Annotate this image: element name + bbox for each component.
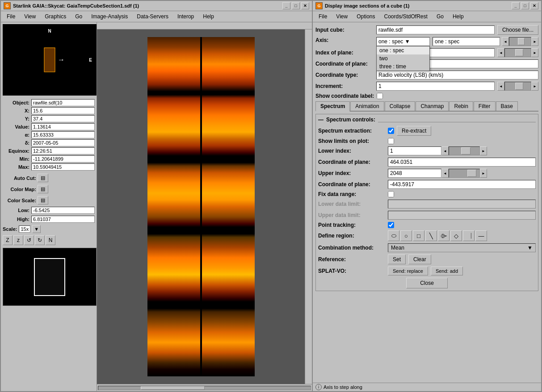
- scale-select[interactable]: 15x: [19, 225, 30, 233]
- menu-image-analysis[interactable]: Image-Analysis: [87, 12, 132, 21]
- menu-options[interactable]: Options: [353, 12, 379, 21]
- region-vline-btn[interactable]: ⎹: [463, 230, 475, 241]
- upper-index-scroll-right[interactable]: ►: [480, 169, 487, 178]
- upper-data-row: Upper data limit:: [318, 211, 536, 220]
- mini-preview: [3, 248, 97, 306]
- clear-btn[interactable]: Clear: [408, 254, 431, 264]
- min-label: Min:: [3, 156, 29, 162]
- menu-go-right[interactable]: Go: [433, 12, 448, 21]
- plane-track[interactable]: [504, 48, 531, 57]
- show-coord-checkbox[interactable]: [377, 93, 383, 99]
- menu-help-left[interactable]: Help: [199, 12, 218, 21]
- bottom-scrollbar[interactable]: [97, 384, 312, 391]
- increment-track[interactable]: [504, 82, 531, 91]
- menu-interop[interactable]: Interop: [173, 12, 198, 21]
- increment-scroll-left[interactable]: ◄: [497, 82, 504, 91]
- lower-coord-input[interactable]: 464.0351: [388, 158, 536, 167]
- scale-dropdown-btn[interactable]: ▼: [32, 225, 41, 233]
- close-btn-right[interactable]: ✕: [530, 2, 538, 9]
- scrollbar-track[interactable]: [98, 386, 311, 390]
- upper-index-input[interactable]: 2048: [388, 169, 441, 178]
- left-window-icon: G: [4, 2, 11, 9]
- close-window-btn[interactable]: Close: [406, 278, 448, 288]
- region-rect-btn[interactable]: □: [413, 230, 424, 241]
- color-map-btn[interactable]: ▤: [38, 185, 48, 193]
- high-value[interactable]: 6.81037: [31, 216, 95, 223]
- menu-view-right[interactable]: View: [332, 12, 352, 21]
- region-line-btn[interactable]: ╲: [425, 230, 437, 241]
- lower-index-scroll-right[interactable]: ►: [480, 146, 487, 155]
- menu-coords[interactable]: Coords/StdOfRest: [380, 12, 432, 21]
- choose-file-btn[interactable]: Choose file...: [497, 25, 538, 35]
- dropdown-item-one[interactable]: one : spec: [377, 46, 429, 54]
- region-circle-btn[interactable]: ○: [400, 230, 412, 241]
- region-hline-btn[interactable]: —: [475, 230, 487, 241]
- lower-index-track[interactable]: [449, 146, 480, 155]
- upper-index-scroll-left[interactable]: ◄: [441, 169, 449, 178]
- reextract-btn[interactable]: Re-extract: [397, 126, 431, 136]
- plane-scroll-right[interactable]: ►: [531, 48, 538, 57]
- minimize-btn[interactable]: _: [282, 2, 290, 9]
- close-btn-left[interactable]: ✕: [301, 2, 309, 9]
- menu-file-left[interactable]: File: [3, 12, 19, 21]
- color-scale-btn[interactable]: ▤: [38, 196, 48, 204]
- scroll-track[interactable]: [509, 37, 531, 46]
- menu-go-left[interactable]: Go: [71, 12, 86, 21]
- tabs-row: Spectrum Animation Collapse Chanmap Rebi…: [315, 101, 538, 112]
- auto-cut-btn[interactable]: ▤: [38, 174, 48, 182]
- combination-method-select[interactable]: Mean ▼: [388, 243, 536, 252]
- tab-rebin[interactable]: Rebin: [449, 101, 473, 111]
- axis-dropdown[interactable]: one : spec ▼: [376, 37, 430, 46]
- region-diamond-btn[interactable]: ◇: [450, 230, 462, 241]
- spectrum-extraction-checkbox[interactable]: [388, 128, 394, 134]
- equinox-row: Equinox: 12:26:51: [3, 147, 95, 154]
- coord-type-input[interactable]: Radio velocity (LSB) (km/s): [376, 71, 538, 79]
- maximize-btn[interactable]: □: [292, 2, 300, 9]
- top-scrollbar[interactable]: [97, 22, 312, 29]
- tab-chanmap[interactable]: Chanmap: [416, 101, 449, 111]
- point-tracking-checkbox[interactable]: [388, 222, 394, 228]
- menu-help-right[interactable]: Help: [449, 12, 468, 21]
- tab-filter[interactable]: Filter: [474, 101, 496, 111]
- tab-spectrum[interactable]: Spectrum: [315, 101, 350, 112]
- lower-index-input[interactable]: 1: [388, 146, 441, 155]
- tab-collapse[interactable]: Collapse: [385, 101, 416, 111]
- region-ellipse-btn[interactable]: ⬭: [388, 230, 399, 241]
- fix-data-range-checkbox[interactable]: [388, 191, 394, 197]
- lower-index-scroll-left[interactable]: ◄: [441, 146, 449, 155]
- min-row: Min: -11.20641899: [3, 155, 95, 163]
- increment-input[interactable]: 1: [376, 82, 495, 91]
- send-add-btn[interactable]: Send: add: [431, 267, 463, 275]
- scroll-left-btn[interactable]: ◄: [502, 37, 509, 46]
- tab-base[interactable]: Base: [496, 101, 518, 111]
- set-btn[interactable]: Set: [388, 254, 406, 264]
- rotate-cw-btn[interactable]: ↻: [35, 235, 45, 245]
- menu-file-right[interactable]: File: [315, 12, 331, 21]
- maximize-btn-right[interactable]: □: [521, 2, 529, 9]
- menu-graphics[interactable]: Graphics: [41, 12, 70, 21]
- region-poly-btn[interactable]: ⌱: [438, 230, 450, 241]
- right-scrollbar[interactable]: [305, 29, 312, 384]
- menu-view-left[interactable]: View: [20, 12, 40, 21]
- dropdown-item-three[interactable]: three : time: [377, 63, 429, 71]
- coord-type-row: Coordinate type: Radio velocity (LSB) (k…: [315, 71, 538, 79]
- increment-scroll-right[interactable]: ►: [531, 82, 538, 91]
- show-limits-checkbox[interactable]: [388, 138, 394, 144]
- north-btn[interactable]: N: [46, 235, 55, 245]
- zoom-in-btn[interactable]: Z: [3, 235, 13, 245]
- low-value[interactable]: -6.5425: [31, 207, 95, 214]
- menu-data-servers[interactable]: Data-Servers: [133, 12, 172, 21]
- send-replace-btn[interactable]: Send: replace: [388, 267, 428, 275]
- rotate-ccw-btn[interactable]: ↺: [24, 235, 34, 245]
- dropdown-item-two[interactable]: two: [377, 54, 429, 63]
- plane-scroll-left[interactable]: ◄: [497, 48, 504, 57]
- second-axis-input[interactable]: one : spec: [433, 37, 500, 46]
- upper-index-track[interactable]: [449, 169, 480, 178]
- upper-coord-input[interactable]: -443.5917: [388, 180, 536, 189]
- zoom-out-btn[interactable]: z: [13, 235, 23, 245]
- input-cube-input[interactable]: rawfile.sdf: [376, 25, 495, 34]
- minimize-btn-right[interactable]: _: [512, 2, 520, 9]
- scroll-right-btn[interactable]: ►: [531, 37, 538, 46]
- tab-animation[interactable]: Animation: [350, 101, 384, 111]
- object-label: Object:: [3, 100, 29, 105]
